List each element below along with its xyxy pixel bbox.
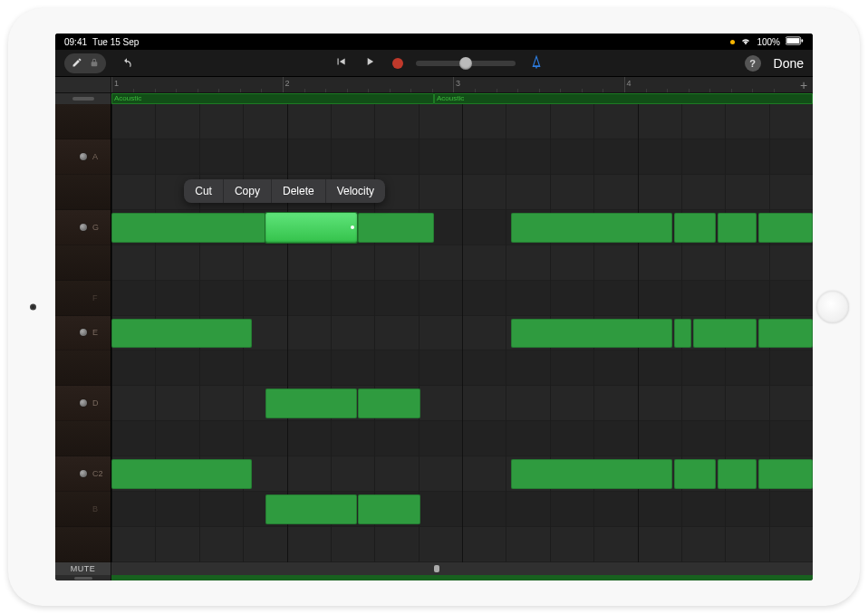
midi-note[interactable] xyxy=(718,459,757,489)
go-to-start-button[interactable] xyxy=(334,55,347,72)
string-dot-icon xyxy=(80,153,87,160)
midi-note[interactable] xyxy=(511,459,672,489)
wifi-icon xyxy=(740,37,751,47)
pitch-key[interactable] xyxy=(55,175,111,210)
home-button[interactable] xyxy=(816,291,849,323)
scroll-thumb[interactable] xyxy=(434,565,439,572)
done-button[interactable]: Done xyxy=(774,56,804,71)
bar-label: 1 xyxy=(114,79,119,88)
pitch-label: F xyxy=(92,293,105,302)
edit-mode-toggle[interactable] xyxy=(64,53,106,73)
battery-label: 100% xyxy=(757,37,780,47)
bar-marker: 4 xyxy=(624,77,796,92)
pitch-key[interactable]: E xyxy=(55,316,111,351)
midi-note[interactable] xyxy=(693,319,757,349)
pitch-label: D xyxy=(92,398,105,408)
midi-note[interactable] xyxy=(358,213,434,243)
lock-icon xyxy=(90,55,99,72)
string-dot-icon xyxy=(80,329,87,336)
context-delete-button[interactable]: Delete xyxy=(272,179,326,203)
midi-note-selected[interactable] xyxy=(265,213,357,243)
master-volume-slider[interactable] xyxy=(416,61,516,66)
status-time: 09:41 xyxy=(64,37,87,47)
minimap-gutter[interactable] xyxy=(55,575,111,580)
pitch-label: C2 xyxy=(92,469,105,478)
pitch-key[interactable] xyxy=(55,527,111,562)
drag-handle-icon xyxy=(74,577,92,580)
midi-note[interactable] xyxy=(511,213,672,243)
midi-note[interactable] xyxy=(758,213,813,243)
string-dot-icon xyxy=(80,399,87,407)
piano-roll: AGFEDC2B CutCopyDeleteVelocity xyxy=(55,104,813,562)
pencil-icon xyxy=(72,55,82,72)
pitch-key[interactable]: D xyxy=(55,386,111,421)
midi-note[interactable] xyxy=(758,319,813,349)
regions-track[interactable]: AcousticAcoustic xyxy=(111,93,813,104)
device-camera xyxy=(30,304,36,311)
pitch-label: E xyxy=(92,328,105,337)
midi-note[interactable] xyxy=(674,213,716,243)
pitch-key[interactable] xyxy=(55,350,111,386)
svg-rect-2 xyxy=(802,39,804,42)
midi-note[interactable] xyxy=(511,319,672,349)
region-block[interactable]: Acoustic xyxy=(111,93,434,104)
battery-icon xyxy=(786,36,804,47)
status-bar: 09:41 Tue 15 Sep 100% xyxy=(55,34,813,50)
midi-note[interactable] xyxy=(718,213,757,243)
toolbar: ? Done xyxy=(55,50,813,77)
midi-note[interactable] xyxy=(265,494,357,524)
midi-note[interactable] xyxy=(358,389,420,418)
midi-note[interactable] xyxy=(358,494,420,524)
ipad-device-frame: 09:41 Tue 15 Sep 100% xyxy=(8,8,860,606)
pitch-key[interactable]: A xyxy=(55,139,111,175)
context-copy-button[interactable]: Copy xyxy=(224,179,272,203)
pitch-label: G xyxy=(92,223,105,232)
midi-note[interactable] xyxy=(265,389,357,418)
pitch-key[interactable] xyxy=(55,245,111,281)
midi-note[interactable] xyxy=(674,319,691,349)
metronome-button[interactable] xyxy=(528,53,545,73)
bar-label: 3 xyxy=(456,79,460,88)
region-gutter[interactable] xyxy=(55,93,111,104)
drag-handle-icon xyxy=(72,97,94,101)
slider-knob[interactable] xyxy=(459,57,472,70)
bar-label: 4 xyxy=(627,79,632,88)
pitch-key[interactable]: C2 xyxy=(55,456,111,492)
horizontal-scrollbar[interactable] xyxy=(111,562,813,575)
record-button[interactable] xyxy=(392,58,403,69)
mute-button[interactable]: MUTE xyxy=(55,562,111,575)
undo-button[interactable] xyxy=(119,57,135,70)
midi-note[interactable] xyxy=(111,319,252,349)
bottom-panel: MUTE xyxy=(55,562,813,580)
add-track-button[interactable]: + xyxy=(795,77,813,92)
string-dot-icon xyxy=(80,470,87,477)
pitch-key[interactable]: G xyxy=(55,210,111,245)
play-button[interactable] xyxy=(363,55,376,72)
minimap-track[interactable] xyxy=(111,575,813,580)
timeline-ruler[interactable]: 1234 + xyxy=(55,77,813,93)
pitch-key[interactable] xyxy=(55,104,111,139)
location-dot-icon xyxy=(730,40,735,44)
context-cut-button[interactable]: Cut xyxy=(184,179,224,203)
pitch-label: A xyxy=(92,152,105,161)
midi-note[interactable] xyxy=(758,459,813,489)
note-context-menu: CutCopyDeleteVelocity xyxy=(184,179,385,203)
context-velocity-button[interactable]: Velocity xyxy=(326,179,385,203)
note-grid[interactable]: CutCopyDeleteVelocity xyxy=(111,104,813,562)
pitch-key[interactable] xyxy=(55,421,111,456)
ruler-gutter xyxy=(55,77,111,92)
pitch-keys-column: AGFEDC2B xyxy=(55,104,111,562)
ruler-track[interactable]: 1234 xyxy=(111,77,795,92)
midi-note[interactable] xyxy=(111,213,265,243)
status-date: Tue 15 Sep xyxy=(92,37,139,47)
pitch-key[interactable]: B xyxy=(55,492,111,527)
pitch-label: B xyxy=(92,504,105,513)
bar-label: 2 xyxy=(285,79,290,88)
midi-note[interactable] xyxy=(674,459,716,489)
bar-marker: 1 xyxy=(111,77,283,92)
help-button[interactable]: ? xyxy=(745,55,761,72)
midi-note[interactable] xyxy=(111,459,252,489)
region-lane: AcousticAcoustic xyxy=(55,93,813,104)
region-block[interactable]: Acoustic xyxy=(434,93,813,104)
pitch-key[interactable]: F xyxy=(55,281,111,316)
